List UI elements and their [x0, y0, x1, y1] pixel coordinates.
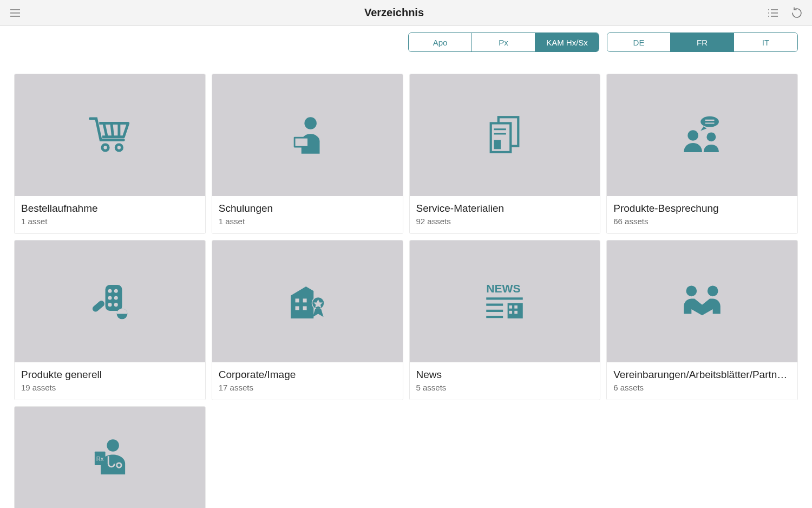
card-body: Bestellaufnahme 1 asset	[15, 196, 205, 233]
svg-point-29	[114, 289, 118, 292]
svg-rect-51	[515, 310, 518, 314]
card-thumb	[15, 74, 205, 196]
svg-line-10	[112, 123, 113, 136]
discussion-icon	[678, 111, 726, 160]
svg-rect-37	[303, 298, 306, 302]
svg-point-22	[687, 130, 698, 141]
card-body: Produkte-Besprechung 66 assets	[607, 196, 797, 233]
svg-rect-36	[295, 298, 299, 302]
card-title: Produkte-Besprechung	[613, 203, 791, 214]
svg-point-14	[304, 117, 317, 129]
svg-rect-38	[295, 306, 299, 310]
card-title: Service-Materialien	[416, 203, 594, 214]
card-thumb	[410, 74, 600, 196]
svg-rect-50	[509, 310, 513, 314]
doctor-icon: Rx	[86, 433, 134, 482]
card-service-materialien[interactable]: Service-Materialien 92 assets	[409, 74, 601, 234]
svg-point-13	[116, 144, 122, 150]
svg-point-54	[107, 439, 119, 452]
svg-rect-34	[91, 299, 106, 312]
card-corporate[interactable]: Corporate/Image 17 assets	[212, 240, 403, 400]
card-title: Produkte generell	[21, 369, 199, 381]
svg-point-5	[768, 16, 769, 17]
card-meta: 92 assets	[416, 217, 594, 226]
card-thumb: NEWS	[410, 240, 600, 362]
card-meta: 66 assets	[613, 217, 791, 226]
page-title: Verzeichnis	[364, 6, 424, 19]
svg-point-3	[768, 9, 769, 10]
svg-text:Rx: Rx	[96, 455, 104, 462]
svg-rect-49	[515, 305, 518, 309]
category-segment: Apo Px KAM Hx/Sx	[408, 32, 599, 52]
card-thumb	[212, 74, 403, 196]
card-thumb	[607, 240, 797, 362]
card-schulungen[interactable]: Schulungen 1 asset	[212, 74, 403, 234]
svg-rect-21	[494, 140, 501, 149]
svg-point-52	[686, 285, 697, 296]
svg-rect-16	[295, 138, 307, 146]
svg-line-9	[104, 123, 107, 136]
list-icon	[767, 6, 780, 19]
card-produkte-generell[interactable]: Produkte generell 19 assets	[14, 240, 206, 400]
menu-icon	[9, 6, 22, 19]
card-bestellaufnahme[interactable]: Bestellaufnahme 1 asset	[14, 74, 206, 234]
menu-button[interactable]	[8, 5, 23, 21]
card-news[interactable]: NEWS News 5 assets	[409, 240, 601, 400]
card-body: Corporate/Image 17 assets	[212, 362, 403, 400]
cart-icon	[86, 111, 134, 160]
svg-text:NEWS: NEWS	[487, 282, 521, 295]
card-doctor[interactable]: Rx	[14, 406, 206, 508]
card-grid: Bestellaufnahme 1 asset Schulungen 1 ass…	[0, 52, 812, 508]
card-title: News	[416, 369, 594, 381]
card-body: Schulungen 1 asset	[212, 196, 403, 233]
segment-kam[interactable]: KAM Hx/Sx	[535, 33, 599, 51]
segment-apo[interactable]: Apo	[409, 33, 472, 51]
card-thumb	[15, 240, 205, 362]
language-segment: DE FR IT	[607, 32, 798, 52]
segment-de[interactable]: DE	[607, 33, 671, 51]
card-meta: 6 assets	[613, 383, 791, 392]
card-title: Schulungen	[219, 203, 396, 214]
header: Verzeichnis	[0, 0, 812, 26]
svg-point-31	[114, 296, 118, 299]
header-left	[8, 5, 23, 21]
svg-point-23	[707, 132, 716, 141]
segment-it[interactable]: IT	[734, 33, 797, 51]
card-meta: 1 asset	[21, 217, 199, 226]
card-title: Vereinbarungen/Arbeitsblätter/Partners..…	[613, 369, 791, 381]
card-meta: 19 assets	[21, 383, 199, 392]
card-title: Corporate/Image	[219, 369, 396, 381]
svg-point-4	[768, 12, 769, 14]
card-body: Service-Materialien 92 assets	[410, 196, 600, 233]
news-icon: NEWS	[480, 277, 529, 326]
card-thumb	[607, 74, 797, 196]
card-meta: 5 assets	[416, 383, 594, 392]
svg-point-33	[114, 303, 118, 307]
card-meta: 1 asset	[219, 217, 396, 226]
svg-point-12	[102, 144, 108, 150]
card-thumb	[212, 240, 403, 362]
filter-bar: Apo Px KAM Hx/Sx DE FR IT	[0, 26, 812, 52]
list-view-button[interactable]	[765, 5, 781, 21]
card-vereinbarungen[interactable]: Vereinbarungen/Arbeitsblätter/Partners..…	[606, 240, 798, 400]
svg-rect-27	[105, 285, 122, 311]
card-title: Bestellaufnahme	[21, 203, 199, 214]
documents-icon	[480, 111, 529, 160]
refresh-button[interactable]	[789, 5, 804, 21]
card-produkte-besprechung[interactable]: Produkte-Besprechung 66 assets	[606, 74, 798, 234]
pills-icon	[86, 277, 134, 326]
svg-rect-48	[509, 305, 513, 309]
svg-rect-39	[303, 306, 306, 310]
corporate-icon	[283, 277, 332, 326]
svg-point-30	[108, 296, 112, 299]
training-icon	[283, 111, 332, 160]
segment-fr[interactable]: FR	[671, 33, 734, 51]
segment-px[interactable]: Px	[472, 33, 535, 51]
card-body: News 5 assets	[410, 362, 600, 400]
svg-point-28	[108, 289, 112, 292]
handshake-icon	[678, 277, 726, 326]
card-body: Vereinbarungen/Arbeitsblätter/Partners..…	[607, 362, 797, 400]
refresh-icon	[790, 6, 803, 19]
svg-point-32	[108, 303, 112, 307]
card-thumb: Rx	[15, 407, 205, 508]
